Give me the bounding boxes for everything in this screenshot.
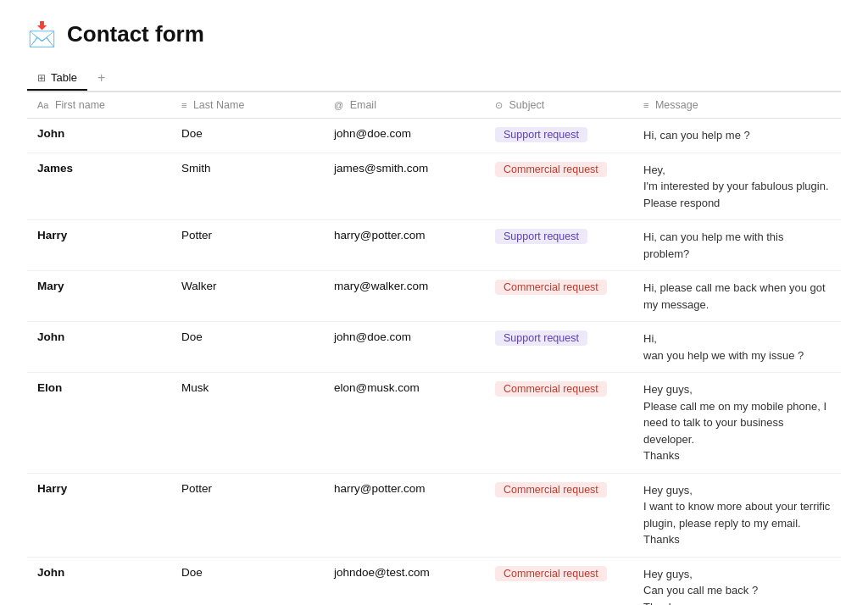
cell-first-name: Harry (27, 220, 171, 271)
subject-badge: Commercial request (495, 280, 607, 295)
last-name-col-icon: ≡ (181, 100, 186, 110)
cell-first-name: John (27, 119, 171, 153)
page-icon: 📩 (27, 20, 57, 48)
cell-subject: Support request (485, 119, 633, 153)
col-header-last-name: ≡ Last Name (171, 92, 324, 119)
cell-last-name: Potter (171, 220, 324, 271)
table-row: HarryPotterharry@potter.comSupport reque… (27, 220, 841, 271)
cell-last-name: Doe (171, 557, 324, 605)
cell-subject: Commercial request (485, 271, 633, 322)
tabs-bar: ⊞ Table + (27, 65, 841, 92)
table-header-row: Aa First name ≡ Last Name @ Email ⊙ Subj… (27, 92, 841, 119)
page-header: 📩 Contact form (27, 20, 841, 48)
table-row: MaryWalkermary@walker.comCommercial requ… (27, 271, 841, 322)
cell-email: john@doe.com (324, 119, 485, 153)
cell-first-name: Elon (27, 373, 171, 474)
subject-col-icon: ⊙ (495, 100, 503, 110)
subject-badge: Support request (495, 127, 587, 142)
cell-first-name: Harry (27, 473, 171, 557)
cell-last-name: Walker (171, 271, 324, 322)
subject-badge: Commercial request (495, 162, 607, 177)
col-header-message: ≡ Message (633, 92, 841, 119)
table-icon: ⊞ (37, 72, 46, 84)
table-row: ElonMuskelon@musk.comCommercial requestH… (27, 373, 841, 474)
cell-subject: Commercial request (485, 373, 633, 474)
table-row: JohnDoejohn@doe.comSupport requestHi,wan… (27, 322, 841, 373)
first-name-col-icon: Aa (37, 100, 48, 110)
contact-table: Aa First name ≡ Last Name @ Email ⊙ Subj… (27, 92, 841, 605)
col-header-first-name: Aa First name (27, 92, 171, 119)
table-row: JohnDoejohndoe@test.comCommercial reques… (27, 557, 841, 605)
cell-message: Hey guys,Can you call me back ?ThanksJoh… (633, 557, 841, 605)
cell-subject: Commercial request (485, 473, 633, 557)
table-row: JohnDoejohn@doe.comSupport requestHi, ca… (27, 119, 841, 153)
col-header-email: @ Email (324, 92, 485, 119)
subject-badge: Support request (495, 229, 587, 244)
cell-subject: Support request (485, 220, 633, 271)
col-header-subject: ⊙ Subject (485, 92, 633, 119)
cell-message: Hi, please call me back when you got my … (633, 271, 841, 322)
cell-email: john@doe.com (324, 322, 485, 373)
cell-subject: Commercial request (485, 557, 633, 605)
cell-first-name: John (27, 322, 171, 373)
cell-email: james@smith.com (324, 153, 485, 220)
add-tab-button[interactable]: + (91, 65, 112, 91)
page-title: Contact form (67, 21, 204, 47)
cell-last-name: Potter (171, 473, 324, 557)
subject-badge: Commercial request (495, 566, 607, 581)
cell-email: harry@potter.com (324, 473, 485, 557)
cell-message: Hey,I'm interested by your fabulous plug… (633, 153, 841, 220)
table-row: JamesSmithjames@smith.comCommercial requ… (27, 153, 841, 220)
subject-badge: Support request (495, 330, 587, 346)
email-col-icon: @ (334, 100, 343, 110)
tab-table[interactable]: ⊞ Table (27, 66, 87, 91)
cell-message: Hey guys,Please call me on my mobile pho… (633, 373, 841, 474)
cell-message: Hi,wan you help we with my issue ? (633, 322, 841, 373)
cell-email: harry@potter.com (324, 220, 485, 271)
message-col-icon: ≡ (643, 100, 648, 110)
cell-email: mary@walker.com (324, 271, 485, 322)
cell-subject: Commercial request (485, 153, 633, 220)
cell-last-name: Smith (171, 153, 324, 220)
tab-table-label: Table (51, 71, 77, 84)
subject-badge: Commercial request (495, 381, 607, 397)
cell-last-name: Doe (171, 322, 324, 373)
cell-email: johndoe@test.com (324, 557, 485, 605)
subject-badge: Commercial request (495, 482, 607, 497)
table-row: HarryPotterharry@potter.comCommercial re… (27, 473, 841, 557)
cell-subject: Support request (485, 322, 633, 373)
cell-message: Hey guys,I want to know more about your … (633, 473, 841, 557)
cell-first-name: Mary (27, 271, 171, 322)
cell-message: Hi, can you help me with this problem? (633, 220, 841, 271)
cell-email: elon@musk.com (324, 373, 485, 474)
page: 📩 Contact form ⊞ Table + Aa First name ≡… (0, 0, 868, 605)
cell-last-name: Musk (171, 373, 324, 474)
cell-last-name: Doe (171, 119, 324, 153)
cell-message: Hi, can you help me ? (633, 119, 841, 153)
cell-first-name: John (27, 557, 171, 605)
cell-first-name: James (27, 153, 171, 220)
